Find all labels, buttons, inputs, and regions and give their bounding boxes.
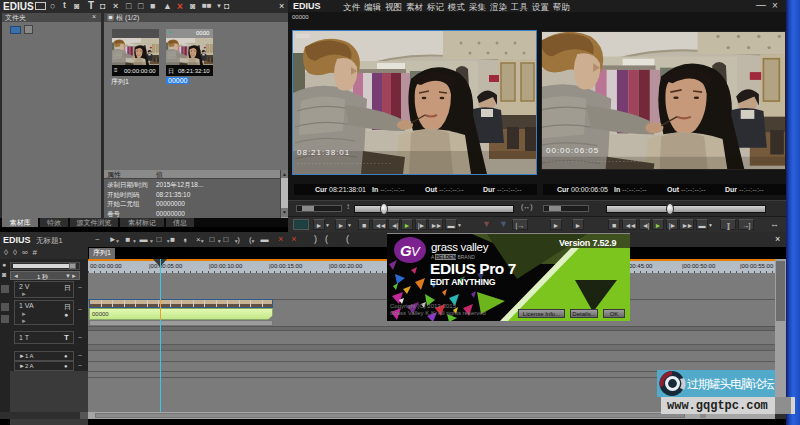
svg-text:V: V bbox=[411, 244, 421, 259]
